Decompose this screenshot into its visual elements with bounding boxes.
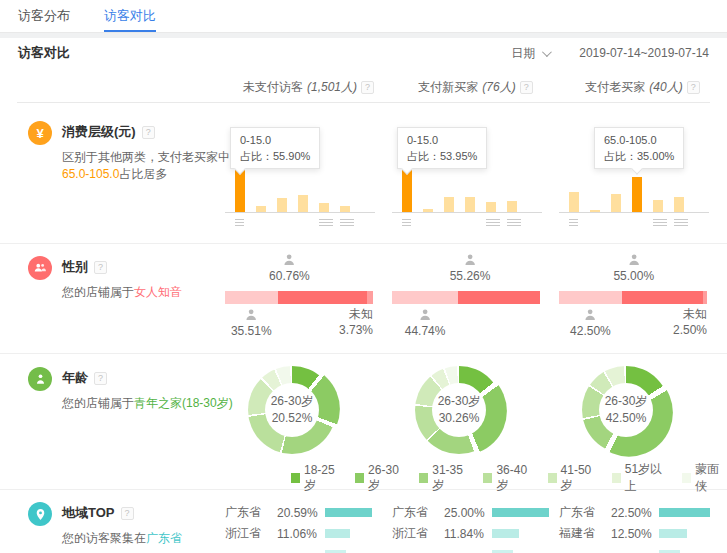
help-icon[interactable]: ? — [121, 507, 134, 520]
donut-center-label: 26-30岁42.50% — [599, 383, 653, 437]
axis-tick-label — [235, 219, 244, 227]
region-rows: 广东省25.00%浙江省11.84% — [392, 490, 559, 553]
bar-segment[interactable] — [444, 197, 454, 212]
region-bar[interactable] — [659, 529, 687, 538]
age-donut-chart: 26-30岁30.26% — [415, 366, 503, 454]
region-bar[interactable] — [325, 529, 350, 538]
column-count: (40人) — [649, 79, 682, 96]
help-icon[interactable]: ? — [520, 81, 533, 94]
gender-segment-unknown[interactable] — [367, 291, 373, 304]
region-row — [559, 544, 726, 553]
help-icon[interactable]: ? — [361, 81, 374, 94]
help-icon[interactable]: ? — [142, 126, 155, 139]
male-share: 42.50% — [570, 308, 611, 338]
bar-segment[interactable] — [298, 195, 308, 212]
gender-segment-female[interactable] — [622, 291, 703, 304]
legend-swatch — [682, 473, 691, 483]
male-share-label: 35.51% — [231, 324, 272, 338]
donut-center-value: 30.26% — [439, 410, 480, 427]
bar-segment[interactable] — [590, 210, 600, 212]
gender-segment-male[interactable] — [392, 291, 458, 304]
bar-segment[interactable] — [632, 177, 642, 212]
region-title: 地域TOP — [62, 504, 115, 522]
bar-segment[interactable] — [674, 197, 684, 212]
tooltip-range: 0-15.0 — [240, 132, 310, 148]
region-bar[interactable] — [325, 508, 372, 517]
gender-chart: 55.26%44.74% — [392, 248, 552, 348]
region-bar[interactable] — [659, 508, 710, 517]
male-share-label: 42.50% — [570, 324, 611, 338]
legend-swatch — [291, 473, 300, 483]
axis-tick-labels — [559, 216, 709, 227]
column-count: (76人) — [482, 79, 515, 96]
gender-segment-male[interactable] — [225, 291, 278, 304]
gender-description: 您的店铺属于女人知音 — [62, 284, 182, 301]
chart-tooltip: 0-15.0占比：55.90% — [230, 127, 320, 169]
region-chart-cell: 广东省25.00%浙江省11.84% — [392, 490, 559, 553]
legend-item[interactable]: 18-25岁 — [291, 463, 342, 494]
column-name: 支付新买家 — [418, 79, 478, 96]
axis-tick-label — [340, 219, 354, 227]
bar-segment[interactable] — [486, 202, 496, 212]
bar-segment[interactable] — [423, 209, 433, 212]
female-share: 55.00% — [613, 253, 654, 283]
female-share: 55.26% — [450, 253, 491, 283]
legend-item[interactable]: 26-30岁 — [355, 463, 406, 494]
male-share: 44.74% — [405, 308, 446, 338]
female-share-label: 60.76% — [269, 269, 310, 283]
gender-segment-unknown[interactable] — [703, 291, 707, 304]
legend-item[interactable]: 41-50岁 — [548, 463, 599, 494]
chevron-down-icon — [542, 47, 552, 57]
region-row — [392, 544, 559, 553]
legend-label: 31-35岁 — [432, 463, 470, 494]
legend-item[interactable]: 36-40岁 — [483, 463, 534, 494]
bar-segment[interactable] — [465, 197, 475, 212]
age-donut-chart: 26-30岁20.52% — [248, 366, 336, 454]
tab-visitor-compare[interactable]: 访客对比 — [104, 0, 156, 32]
region-bar[interactable] — [492, 508, 549, 517]
people-icon — [28, 256, 52, 280]
legend-label: 26-30岁 — [368, 463, 406, 494]
column-header-2: 支付老买家(40人)? — [559, 79, 726, 96]
bar-segment[interactable] — [277, 198, 287, 212]
section-gender: 性别 ? 您的店铺属于女人知音 60.76%35.51%未知3.73% 55.2… — [0, 243, 727, 353]
region-name: 广东省 — [392, 504, 444, 521]
bar-segment[interactable] — [256, 206, 266, 212]
bar-segment[interactable] — [507, 201, 517, 212]
unknown-label: 未知 — [673, 306, 707, 322]
bar-segment[interactable] — [319, 203, 329, 212]
section-consumption: ¥ 消费层级(元) ? 区别于其他两类，支付老买家中 65.0-105.0占比居… — [0, 103, 727, 243]
unknown-share-label: 2.50% — [673, 322, 707, 338]
gender-segment-female[interactable] — [458, 291, 540, 304]
date-dimension-dropdown[interactable]: 日期 — [511, 45, 549, 62]
date-range-picker[interactable]: 2019-07-14~2019-07-14 — [579, 46, 709, 60]
bar-segment[interactable] — [340, 206, 350, 212]
region-chart-cell: 广东省22.50%福建省12.50% — [559, 490, 726, 553]
consumption-chart-cell: 65.0-105.0占比：35.00% — [559, 103, 726, 243]
bar-segment[interactable] — [653, 200, 663, 212]
consumption-bar-chart: 65.0-105.0占比：35.00% — [559, 115, 719, 227]
help-icon[interactable]: ? — [94, 372, 107, 385]
divider-strip — [0, 33, 727, 38]
map-pin-icon — [28, 502, 52, 526]
help-icon[interactable]: ? — [94, 261, 107, 274]
column-name: 支付老买家 — [585, 79, 645, 96]
donut-center-category: 26-30岁 — [438, 393, 481, 410]
tab-visitor-distribution[interactable]: 访客分布 — [18, 0, 70, 32]
region-name: 广东省 — [225, 504, 277, 521]
help-icon[interactable]: ? — [687, 81, 700, 94]
gender-segment-male[interactable] — [559, 291, 622, 304]
female-share-label: 55.26% — [450, 269, 491, 283]
bar-segment[interactable] — [611, 194, 621, 212]
axis-tick-label — [569, 219, 578, 227]
age-donut-chart: 26-30岁42.50% — [582, 366, 670, 454]
tooltip-share: 占比：55.90% — [240, 148, 310, 164]
legend-item[interactable]: 31-35岁 — [419, 463, 470, 494]
tooltip-share: 占比：53.95% — [407, 148, 477, 164]
bar-segment[interactable] — [569, 192, 579, 212]
visitor-compare-page: 访客分布 访客对比 访客对比 日期 2019-07-14~2019-07-14 … — [0, 0, 727, 553]
legend-swatch — [548, 473, 557, 483]
region-bar[interactable] — [492, 529, 519, 538]
gender-segment-female[interactable] — [278, 291, 368, 304]
age-chart-cell: 26-30岁30.26% — [392, 354, 559, 454]
